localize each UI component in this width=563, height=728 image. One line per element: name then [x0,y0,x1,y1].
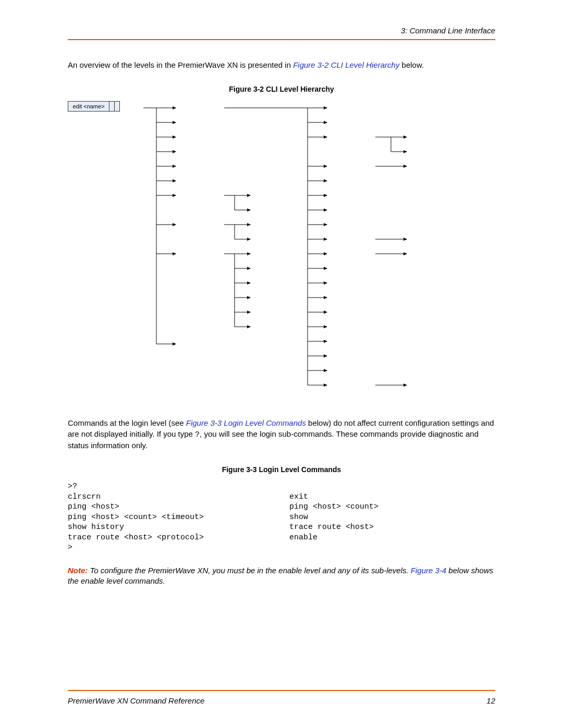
intro-paragraph: An overview of the levels in the Premier… [68,60,495,70]
figure-3-3-caption: Figure 3-3 Login Level Commands [68,465,495,474]
cmd-exit: exit [289,492,495,502]
cmd-trace-route-host: trace route <host> [289,522,495,533]
footer-title: PremierWave XN Command Reference [68,696,204,705]
page-footer: PremierWave XN Command Reference 12 [68,690,495,705]
cmd-trace-route-host-protocol: trace route <host> <protocol> [68,533,274,543]
cmd-ping-host-count-timeout: ping <host> <count> <timeout> [68,512,274,523]
note-label: Note: [68,566,88,575]
section-header: 3: Command Line Interface [68,26,495,35]
cmd-show: show [289,512,495,523]
figure-3-2-caption: Figure 3-2 CLI Level Hierarchy [68,85,495,93]
cmd-ping-host-count: ping <host> <count> [289,502,495,512]
note-t1: To configure the PremierWave XN, you mus… [88,566,411,575]
footer-page-number: 12 [486,696,495,705]
cmd-ping-host: ping <host> [68,502,274,512]
cmd-prompt: >? [68,482,495,492]
para2-t1: Commands at the login level (see [68,418,186,427]
intro-text-before: An overview of the levels in the Premier… [68,60,293,69]
cmd-prompt-end: > [68,542,495,553]
footer-rule [68,690,495,691]
login-level-commands: >? clrscrnexit ping <host>ping <host> <c… [68,482,495,553]
cmd-show-history: show history [68,522,274,533]
cmd-clrscrn: clrscrn [68,492,274,502]
figure-3-2-link[interactable]: Figure 3-2 CLI Level Hierarchy [293,60,399,69]
intro-text-after: below. [402,60,424,69]
note-paragraph: Note: To configure the PremierWave XN, y… [68,565,495,587]
para-login-level: Commands at the login level (see Figure … [68,418,495,451]
figure-3-3-link[interactable]: Figure 3-3 Login Level Commands [186,418,306,427]
header-rule [68,39,495,40]
node-edit-name: edit <name> [68,101,109,112]
figure-3-4-link[interactable]: Figure 3-4 [411,566,446,575]
cmd-enable: enable [289,533,495,543]
cli-hierarchy-diagram: (login) enable configure device dns emai… [68,101,500,403]
para2-q: ? [195,430,200,439]
diagram-connectors [68,101,500,403]
